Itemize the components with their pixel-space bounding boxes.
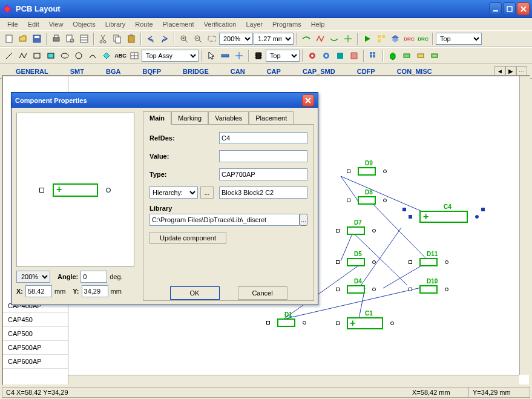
component-d1[interactable]: D1 — [277, 318, 295, 327]
undo-icon[interactable] — [144, 32, 157, 45]
drc-check-icon[interactable]: DRC — [416, 32, 430, 45]
print-icon[interactable] — [50, 32, 63, 45]
tab-variables[interactable]: Variables — [208, 111, 249, 124]
line-tool-icon[interactable] — [2, 49, 16, 62]
tab-main[interactable]: Main — [143, 111, 171, 125]
maximize-button[interactable] — [503, 2, 516, 15]
component-d7[interactable]: D7 — [347, 226, 365, 235]
cut-icon[interactable] — [97, 32, 110, 45]
ok-button[interactable]: OK — [170, 286, 220, 300]
menu-verification[interactable]: Verification — [199, 19, 241, 29]
zoom-window-icon[interactable] — [205, 32, 218, 45]
hole-tool-icon[interactable] — [333, 49, 347, 62]
chip2-icon[interactable] — [414, 49, 427, 62]
library-browse-button[interactable]: ... — [300, 214, 307, 226]
menu-help[interactable]: Help — [306, 19, 330, 29]
3d-icon[interactable] — [386, 49, 399, 62]
circle-tool-icon[interactable] — [72, 49, 85, 62]
component-d11[interactable]: D11 — [419, 258, 438, 266]
units-select[interactable]: 1.27 mm — [254, 33, 294, 45]
hierarchy-select[interactable]: Hierarchy: — [149, 186, 198, 199]
close-button[interactable] — [517, 2, 530, 15]
zoom-out-icon[interactable] — [191, 32, 205, 45]
minimize-button[interactable] — [489, 2, 502, 15]
cursor-tool-icon[interactable] — [205, 49, 218, 62]
chip3-icon[interactable] — [428, 49, 441, 62]
assy-layer-select[interactable]: Top Assy — [142, 50, 199, 62]
component-c1[interactable]: C1 + — [347, 317, 383, 329]
cancel-button[interactable]: Cancel — [238, 286, 287, 300]
route-fanout-icon[interactable] — [341, 32, 355, 45]
side-select[interactable]: Top — [266, 50, 300, 62]
route-edit-icon[interactable] — [327, 32, 341, 45]
component-tool-icon[interactable] — [252, 49, 265, 62]
new-file-icon[interactable] — [2, 32, 16, 45]
origin-tool-icon[interactable] — [232, 49, 246, 62]
tab-placement[interactable]: Placement — [249, 111, 294, 124]
paste-icon[interactable] — [125, 32, 138, 45]
drc-icon[interactable]: DRC — [402, 32, 416, 45]
angle-input[interactable] — [80, 271, 107, 283]
zoom-in-icon[interactable] — [177, 32, 191, 45]
hierarchy-input[interactable] — [219, 186, 307, 199]
list-item[interactable]: CAP450 — [3, 313, 68, 327]
type-input[interactable] — [219, 168, 307, 180]
component-d10[interactable]: D10 — [419, 285, 438, 294]
menu-view[interactable]: View — [44, 19, 68, 29]
route-auto-icon[interactable] — [314, 32, 327, 45]
component-c4[interactable]: C4 + — [419, 211, 468, 223]
menu-library[interactable]: Library — [100, 19, 131, 29]
component-d5[interactable]: D5 — [347, 258, 365, 266]
menu-edit[interactable]: Edit — [23, 19, 44, 29]
component-d8[interactable]: D8 — [358, 196, 376, 205]
rect-tool-icon[interactable] — [30, 49, 44, 62]
polyline-tool-icon[interactable] — [16, 49, 30, 62]
text-tool-icon[interactable]: ABC — [114, 49, 127, 62]
update-component-button[interactable]: Update component — [149, 232, 226, 244]
design-manager-icon[interactable] — [375, 32, 388, 45]
measure-tool-icon[interactable] — [218, 49, 232, 62]
value-input[interactable] — [219, 150, 307, 162]
scrollbar-vertical[interactable] — [519, 76, 529, 375]
hierarchy-browse-button[interactable]: ... — [200, 186, 214, 199]
tab-marking[interactable]: Marking — [171, 111, 208, 124]
layers-icon[interactable] — [389, 32, 402, 45]
grid-icon[interactable] — [367, 49, 380, 62]
open-file-icon[interactable] — [16, 32, 30, 45]
rect-fill-tool-icon[interactable] — [44, 49, 57, 62]
menu-layer[interactable]: Layer — [241, 19, 268, 29]
menu-route[interactable]: Route — [130, 19, 157, 29]
redo-icon[interactable] — [158, 32, 171, 45]
y-input[interactable] — [82, 285, 108, 297]
ellipse-tool-icon[interactable] — [58, 49, 71, 62]
preview-zoom-select[interactable]: 200% — [16, 271, 50, 283]
copper-tool-icon[interactable] — [347, 49, 361, 62]
polygon-tool-icon[interactable] — [100, 49, 113, 62]
save-file-icon[interactable] — [30, 32, 44, 45]
dialog-titlebar[interactable]: Component Properties — [11, 93, 318, 108]
list-item[interactable]: CAP600AP — [3, 355, 68, 369]
dialog-close-button[interactable] — [302, 94, 314, 107]
x-input[interactable] — [25, 285, 52, 297]
scrollbar-horizontal[interactable] — [68, 375, 519, 384]
copy-icon[interactable] — [111, 32, 124, 45]
titleblock-icon[interactable] — [77, 32, 91, 45]
menu-objects[interactable]: Objects — [68, 19, 100, 29]
preview-icon[interactable] — [64, 32, 77, 45]
component-d9[interactable]: D9 — [358, 167, 376, 176]
pad-tool-icon[interactable] — [306, 49, 319, 62]
list-item[interactable]: CAP500AP — [3, 341, 68, 355]
list-item[interactable]: CAP500 — [3, 327, 68, 341]
route-manual-icon[interactable] — [300, 32, 313, 45]
menu-file[interactable]: File — [2, 19, 23, 29]
zoom-select[interactable]: 200% — [219, 33, 253, 45]
run-icon[interactable] — [361, 32, 374, 45]
library-input[interactable] — [149, 214, 300, 226]
table-tool-icon[interactable] — [128, 49, 141, 62]
chip1-icon[interactable] — [400, 49, 413, 62]
menu-placement[interactable]: Placement — [158, 19, 199, 29]
arc-tool-icon[interactable] — [86, 49, 99, 62]
menu-programs[interactable]: Programs — [268, 19, 306, 29]
refdes-input[interactable] — [219, 132, 307, 144]
component-d4[interactable]: D4 — [347, 285, 365, 294]
